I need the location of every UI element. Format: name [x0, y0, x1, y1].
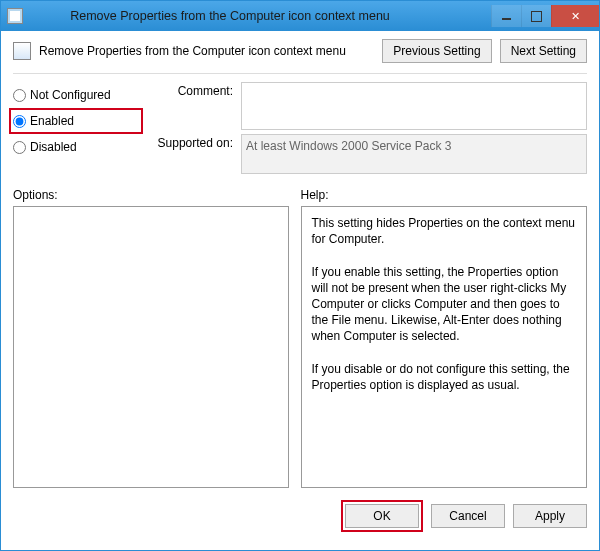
minimize-button[interactable] — [491, 5, 521, 27]
next-setting-button[interactable]: Next Setting — [500, 39, 587, 63]
mid-row: Options: Help: This setting hides Proper… — [13, 188, 587, 488]
ok-button[interactable]: OK — [345, 504, 419, 528]
help-panel: This setting hides Properties on the con… — [301, 206, 587, 488]
comment-label: Comment: — [143, 82, 233, 98]
enabled-highlight: Enabled — [9, 108, 143, 134]
radio-disabled-label: Disabled — [30, 140, 77, 154]
help-label: Help: — [301, 188, 587, 202]
radio-disabled[interactable]: Disabled — [13, 136, 143, 158]
supported-on-label: Supported on: — [143, 134, 233, 150]
supported-on-field — [241, 134, 587, 174]
separator — [13, 73, 587, 74]
dialog-content: Remove Properties from the Computer icon… — [1, 31, 599, 542]
ok-highlight: OK — [341, 500, 423, 532]
options-panel — [13, 206, 289, 488]
radio-disabled-input[interactable] — [13, 141, 26, 154]
window-title: Remove Properties from the Computer icon… — [0, 9, 491, 23]
radio-enabled-label: Enabled — [30, 114, 74, 128]
radio-enabled-input[interactable] — [13, 115, 26, 128]
apply-button[interactable]: Apply — [513, 504, 587, 528]
radio-not-configured-label: Not Configured — [30, 88, 111, 102]
header-row: Remove Properties from the Computer icon… — [13, 39, 587, 63]
config-row: Not Configured Enabled Disabled Comment:… — [13, 82, 587, 174]
state-radios: Not Configured Enabled Disabled — [13, 82, 143, 174]
footer-row: OK Cancel Apply — [13, 500, 587, 532]
title-bar: Remove Properties from the Computer icon… — [1, 1, 599, 31]
options-label: Options: — [13, 188, 289, 202]
policy-title: Remove Properties from the Computer icon… — [39, 44, 374, 58]
window-controls — [491, 5, 599, 27]
radio-enabled[interactable]: Enabled — [13, 110, 137, 132]
policy-icon — [13, 42, 31, 60]
close-button[interactable] — [551, 5, 599, 27]
cancel-button[interactable]: Cancel — [431, 504, 505, 528]
previous-setting-button[interactable]: Previous Setting — [382, 39, 491, 63]
radio-not-configured[interactable]: Not Configured — [13, 84, 143, 106]
radio-not-configured-input[interactable] — [13, 89, 26, 102]
comment-field[interactable] — [241, 82, 587, 130]
maximize-button[interactable] — [521, 5, 551, 27]
comment-column: Comment: Supported on: — [143, 82, 587, 174]
